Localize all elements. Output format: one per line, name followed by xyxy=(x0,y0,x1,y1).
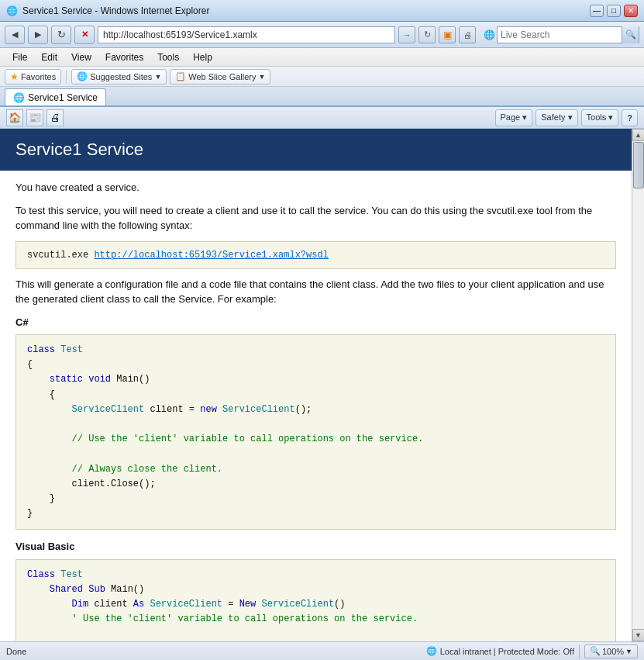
page-content: Service1 Service You have created a serv… xyxy=(0,129,632,641)
zone-icon: 🌐 xyxy=(426,646,437,656)
tools-toolbar-button[interactable]: Tools ▾ xyxy=(581,109,619,126)
cs-line-12: } xyxy=(27,506,604,521)
vb-line-3: Dim client As ServiceClient = New Servic… xyxy=(27,597,604,612)
menu-favorites[interactable]: Favorites xyxy=(99,50,150,64)
csharp-label: C# xyxy=(15,315,616,330)
dropdown-icon: ▼ xyxy=(154,73,161,81)
stop-button[interactable]: ✕ xyxy=(74,26,95,44)
page-button[interactable]: Page ▾ xyxy=(495,109,533,126)
favorites-label: Favorites xyxy=(21,72,56,81)
cs-line-10: client.Close(); xyxy=(27,477,604,492)
scroll-thumb[interactable] xyxy=(633,142,644,188)
print-toolbar-button[interactable]: 🖨 xyxy=(46,109,64,126)
rss-button[interactable]: ▣ xyxy=(439,26,456,43)
web-slice-icon: 📋 xyxy=(175,71,186,81)
cs-line-3: static void Main() xyxy=(27,372,604,387)
zoom-dropdown-icon: ▼ xyxy=(625,648,632,655)
address-bar: ◀ ▶ ↻ ✕ → ↻ ▣ 🖨 🌐 🔍 xyxy=(0,22,644,48)
separator-1 xyxy=(66,70,67,84)
window-title: Service1 Service - Windows Internet Expl… xyxy=(22,5,209,16)
search-wrapper: 🔍 xyxy=(497,26,639,43)
content-scroll[interactable]: Service1 Service You have created a serv… xyxy=(0,129,632,641)
cs-line-2: { xyxy=(27,358,604,372)
cs-line-7: // Use the 'client' variable to call ope… xyxy=(27,432,604,447)
favorites-button[interactable]: ★ Favorites xyxy=(5,69,61,85)
page-body: You have created a service. To test this… xyxy=(0,171,632,641)
refresh-addr-button[interactable]: ↻ xyxy=(418,26,436,43)
go-button[interactable]: → xyxy=(398,26,415,43)
page-header: Service1 Service xyxy=(0,129,632,171)
cs-line-1: class Test xyxy=(27,343,604,358)
status-right: 🌐 Local intranet | Protected Mode: Off 🔍… xyxy=(426,644,638,658)
zoom-level: 100% xyxy=(602,647,624,656)
svcutil-cmd-text: svcutil.exe xyxy=(27,250,88,261)
csharp-code-block: class Test { static void Main() { Servic… xyxy=(15,334,616,530)
tab-service1[interactable]: 🌐 Service1 Service xyxy=(5,88,106,105)
svcutil-link[interactable]: http://localhost:65193/Service1.xamlx?ws… xyxy=(94,250,328,261)
web-slice-dropdown-icon: ▼ xyxy=(259,73,266,81)
cs-line-11: } xyxy=(27,492,604,506)
minimize-button[interactable]: — xyxy=(590,5,604,17)
title-bar: 🌐 Service1 Service - Windows Internet Ex… xyxy=(0,0,644,22)
vb-label: Visual Basic xyxy=(15,539,616,555)
vb-line-4: ' Use the 'client' variable to call oper… xyxy=(27,612,604,627)
search-button[interactable]: 🔍 xyxy=(622,26,639,43)
home-button[interactable]: 🏠 xyxy=(6,109,23,126)
scrollbar[interactable]: ▲ ▼ xyxy=(632,129,644,641)
forward-button[interactable]: ▶ xyxy=(28,26,48,44)
print-button[interactable]: 🖨 xyxy=(459,26,476,43)
web-slice-label: Web Slice Gallery xyxy=(188,72,256,81)
tab-label: Service1 Service xyxy=(28,92,98,103)
scroll-track[interactable] xyxy=(632,141,644,629)
suggested-sites-button[interactable]: 🌐 Suggested Sites ▼ xyxy=(71,69,167,85)
vb-line-1: Class Test xyxy=(27,568,604,582)
rss-toolbar-button[interactable]: 📰 xyxy=(26,109,43,126)
toolbar-bar: 🏠 📰 🖨 Page ▾ Safety ▾ Tools ▾ ? xyxy=(0,107,644,129)
search-area: 🌐 🔍 xyxy=(484,26,639,43)
address-input[interactable] xyxy=(98,26,395,43)
status-text: Done xyxy=(6,647,420,656)
cs-line-8 xyxy=(27,447,604,461)
suggested-sites-label: Suggested Sites xyxy=(90,72,152,81)
zoom-button[interactable]: 🔍 100% ▼ xyxy=(584,644,638,658)
scroll-down-button[interactable]: ▼ xyxy=(632,629,645,641)
content-outer: Service1 Service You have created a serv… xyxy=(0,129,644,641)
title-bar-left: 🌐 Service1 Service - Windows Internet Ex… xyxy=(6,5,209,16)
help-toolbar-button[interactable]: ? xyxy=(622,109,638,126)
menu-tools[interactable]: Tools xyxy=(151,50,185,64)
window-controls: — □ ✕ xyxy=(590,5,638,17)
cs-line-5: ServiceClient client = new ServiceClient… xyxy=(27,403,604,417)
menu-edit[interactable]: Edit xyxy=(35,50,64,64)
favorites-bar: ★ Favorites 🌐 Suggested Sites ▼ 📋 Web Sl… xyxy=(0,67,644,87)
tab-icon: 🌐 xyxy=(13,92,25,103)
scroll-up-button[interactable]: ▲ xyxy=(632,129,645,141)
live-search-icon: 🌐 xyxy=(484,29,495,40)
web-slice-gallery-button[interactable]: 📋 Web Slice Gallery ▼ xyxy=(170,69,270,85)
menu-view[interactable]: View xyxy=(65,50,98,64)
close-button[interactable]: ✕ xyxy=(624,5,638,17)
intro-paragraph-1: You have created a service. xyxy=(15,180,616,195)
back-button[interactable]: ◀ xyxy=(5,26,25,44)
status-bar: Done 🌐 Local intranet | Protected Mode: … xyxy=(0,641,644,660)
after-cmd-paragraph: This will generate a configuration file … xyxy=(15,277,616,307)
vb-line-5 xyxy=(27,627,604,642)
safety-button[interactable]: Safety ▾ xyxy=(536,109,577,126)
menu-bar: File Edit View Favorites Tools Help xyxy=(0,48,644,67)
search-input[interactable] xyxy=(498,27,622,43)
menu-help[interactable]: Help xyxy=(187,50,219,64)
browser-icon: 🌐 xyxy=(6,5,18,16)
suggested-icon: 🌐 xyxy=(77,71,88,81)
vb-code-block: Class Test Shared Sub Main() Dim client … xyxy=(15,559,616,641)
tab-bar: 🌐 Service1 Service xyxy=(0,87,644,107)
maximize-button[interactable]: □ xyxy=(607,5,621,17)
status-sep xyxy=(579,644,580,658)
star-icon: ★ xyxy=(10,71,19,82)
intro-paragraph-2: To test this service, you will need to c… xyxy=(15,203,616,233)
cs-line-4: { xyxy=(27,388,604,403)
cs-line-9: // Always close the client. xyxy=(27,462,604,477)
refresh-button[interactable]: ↻ xyxy=(51,26,71,44)
svcutil-command-box: svcutil.exe http://localhost:65193/Servi… xyxy=(15,241,616,269)
menu-file[interactable]: File xyxy=(6,50,33,64)
zone-info: 🌐 Local intranet | Protected Mode: Off xyxy=(426,646,574,656)
zoom-icon: 🔍 xyxy=(590,646,601,656)
